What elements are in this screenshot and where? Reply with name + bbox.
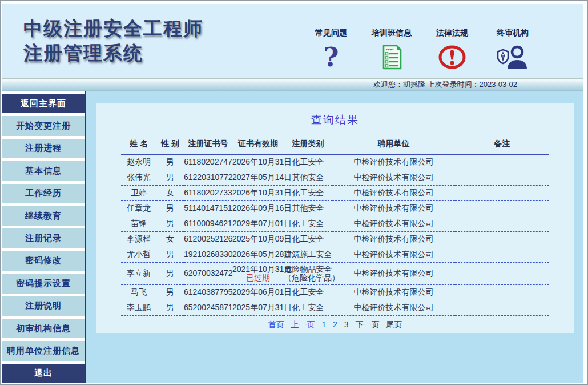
sidebar-item-work-experience[interactable]: 工作经历: [2, 184, 85, 203]
cell-employer: 中检评价技术有限公司: [332, 154, 455, 170]
cell-gender: 男: [156, 200, 184, 216]
table-row: 苗锋男611000946212029年07月01日化工安全中检评价技术有限公司: [121, 216, 549, 231]
sidebar-item-basic-info[interactable]: 基本信息: [2, 161, 85, 181]
sidebar-item-change-password[interactable]: 密码修改: [2, 251, 85, 271]
cell-validity: 2029年07月01日: [232, 216, 284, 231]
cell-name: 任章龙: [121, 200, 156, 216]
cell-name: 赵永明: [121, 154, 156, 170]
cell-validity: 2026年10月31日: [232, 185, 284, 200]
sidebar-item-employer-reg-info[interactable]: 聘用单位注册信息: [2, 341, 85, 360]
cell-gender: 女: [156, 185, 184, 200]
question-icon: ?: [305, 43, 357, 71]
cell-validity: 2026年05月28日: [232, 247, 284, 262]
cell-cert-no: 65200245871: [184, 300, 232, 315]
cell-name: 马飞: [121, 284, 156, 300]
sidebar-item-reg-instructions[interactable]: 注册说明: [2, 296, 85, 316]
cell-name: 张伟光: [121, 170, 156, 185]
cell-employer: 中检评价技术有限公司: [332, 170, 455, 185]
main-area: 查询结果 姓 名 性 别 注册证书号 证书有效: [86, 91, 583, 383]
cell-validity: 2029年06月01日: [232, 284, 284, 300]
pagination-page-1[interactable]: 1: [321, 320, 326, 329]
sidebar-item-reg-progress[interactable]: 注册进程: [2, 139, 85, 158]
sidebar-item-continuing-edu[interactable]: 继续教育: [2, 206, 85, 226]
expired-badge: 已过期: [232, 274, 284, 282]
cell-employer: 中检评价技术有限公司: [332, 300, 455, 315]
sidebar-item-reg-records[interactable]: 注册记录: [2, 228, 85, 248]
welcome-bar: 欢迎您：胡撼隆 上次登录时间：2023-03-02: [2, 79, 583, 91]
sidebar: 返回主界面 开始变更注册 注册进程 基本信息 工作经历 继续教育 注册记录 密码…: [2, 91, 86, 383]
cell-gender: 男: [156, 284, 184, 300]
cell-cert-no: 61180202733: [184, 185, 232, 200]
cell-gender: 女: [156, 231, 184, 247]
pagination-first[interactable]: 首页: [268, 320, 284, 329]
pagination-page-2[interactable]: 2: [333, 320, 337, 329]
table-row: 任章龙男511401471512026年09月16日其他安全中检评价技术有限公司: [121, 200, 549, 216]
pagination-prev[interactable]: 上一页: [291, 320, 315, 329]
cell-gender: 男: [156, 300, 184, 315]
sidebar-item-password-hint[interactable]: 密码提示设置: [2, 274, 85, 293]
quick-link-authority-label: 终审机构: [486, 28, 539, 38]
cell-validity: 2025年07月31日: [232, 300, 284, 315]
cell-cert-no: 61100094621: [184, 216, 232, 231]
pagination: 首页 上一页 1 2 3 下一页 尾页: [96, 320, 574, 330]
cell-remark: [455, 154, 549, 170]
quick-link-laws-label: 法律法规: [426, 28, 478, 38]
col-header-validity: 证书有效期: [232, 135, 284, 154]
quick-link-training-label: 培训班信息: [365, 28, 418, 38]
cell-cert-no: 61180202747: [184, 154, 232, 170]
quick-link-laws[interactable]: 法律法规: [426, 28, 478, 71]
law-alert-icon: [426, 43, 478, 71]
sidebar-item-start-change-reg[interactable]: 开始变更注册: [2, 116, 85, 135]
sidebar-item-initial-review[interactable]: 初审机构信息: [2, 319, 85, 338]
results-header-row: 姓 名 性 别 注册证书号 证书有效期 注册类别 聘用单位 备注: [121, 135, 549, 154]
app-title-line2: 注册管理系统: [23, 41, 203, 66]
sidebar-item-return-main[interactable]: 返回主界面: [2, 94, 85, 113]
cell-cert-no: 51140147151: [184, 200, 232, 216]
cell-employer: 中检评价技术有限公司: [332, 200, 455, 216]
cell-validity: 2026年09月16日: [232, 200, 284, 216]
cell-remark: [455, 231, 549, 247]
cell-gender: 男: [156, 216, 184, 231]
cell-employer: 中检评价技术有限公司: [332, 247, 455, 262]
quick-link-authority[interactable]: 终审机构: [486, 28, 539, 71]
table-row: 赵永明男611802027472026年10月31日化工安全中检评价技术有限公司: [121, 154, 549, 170]
cell-employer: 中检评价技术有限公司: [332, 216, 455, 231]
cell-validity: 2021年10月31日已过期: [232, 262, 284, 284]
cell-reg-type: 建筑施工安全: [284, 247, 332, 262]
cell-cert-no: 61220310772: [184, 170, 232, 185]
quick-links: 常见问题 ? 培训班信息: [305, 28, 539, 71]
table-row: 张伟光男612203107722027年05月14日其他安全中检评价技术有限公司: [121, 170, 549, 185]
cell-remark: [455, 216, 549, 231]
results-panel: 查询结果 姓 名 性 别 注册证书号 证书有效: [96, 103, 574, 333]
cell-employer: 中检评价技术有限公司: [332, 231, 455, 247]
cell-name: 李源槿: [121, 231, 156, 247]
cell-gender: 男: [156, 170, 184, 185]
cell-employer: 中检评价技术有限公司: [332, 262, 455, 284]
cell-reg-type: 危险物品安全（危险化学品）: [284, 262, 332, 284]
cell-validity: 2027年05月14日: [232, 170, 284, 185]
cell-remark: [455, 247, 549, 262]
app-title: 中级注册安全工程师 注册管理系统: [23, 17, 203, 66]
col-header-cert-no: 注册证书号: [184, 135, 232, 154]
cell-name: 李立新: [121, 262, 156, 284]
quick-link-faq-label: 常见问题: [305, 28, 357, 38]
quick-link-faq[interactable]: 常见问题 ?: [305, 28, 357, 71]
cell-gender: 男: [156, 154, 184, 170]
cell-name: 卫婷: [121, 185, 156, 200]
table-row: 马飞男612403877952029年06月01日化工安全中检评价技术有限公司: [121, 284, 549, 300]
pagination-page-3: 3: [344, 320, 349, 329]
cell-employer: 中检评价技术有限公司: [332, 185, 455, 200]
cell-employer: 中检评价技术有限公司: [332, 284, 455, 300]
results-title: 查询结果: [96, 113, 574, 127]
cell-gender: 男: [156, 262, 184, 284]
cell-remark: [455, 185, 549, 200]
cell-remark: [455, 262, 549, 284]
cell-name: 尤小哲: [121, 247, 156, 262]
cell-remark: [455, 200, 549, 216]
quick-link-training[interactable]: 培训班信息: [365, 28, 418, 71]
cell-cert-no: 61240387795: [184, 284, 232, 300]
cell-remark: [455, 170, 549, 185]
cell-gender: 男: [156, 247, 184, 262]
table-row: 李立新男620700324722021年10月31日已过期危险物品安全（危险化学…: [121, 262, 549, 284]
sidebar-item-logout[interactable]: 退出: [2, 364, 85, 383]
